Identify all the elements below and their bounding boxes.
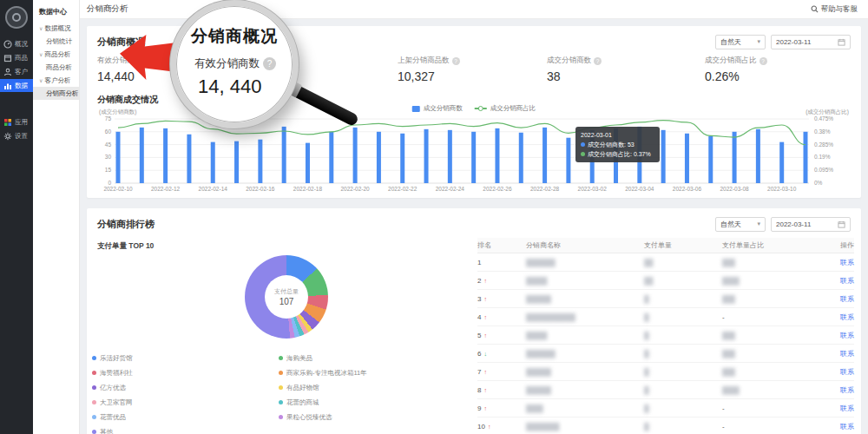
chevron-down-icon: ▾ (757, 220, 760, 227)
help-icon[interactable]: ? (760, 57, 767, 65)
bar[interactable] (116, 132, 121, 183)
submenu-group-data-overview[interactable]: ∨数据概况 (33, 22, 79, 35)
rank-cell: 6↓ (477, 350, 526, 358)
donut-legend-item[interactable]: 花蕾的商城 (279, 395, 465, 410)
bar[interactable] (471, 132, 476, 183)
period-select[interactable]: 自然天▾ (715, 35, 766, 49)
submenu-item-distributor-analysis[interactable]: 分销商分析 (33, 87, 79, 100)
donut-legend-item[interactable]: 海购美品 (279, 351, 465, 365)
person-icon (3, 68, 12, 76)
bar[interactable] (234, 141, 239, 183)
bar[interactable] (187, 135, 191, 183)
bar[interactable] (353, 128, 358, 183)
legend-dot-icon (92, 371, 96, 375)
donut-legend-item[interactable]: 海赞福利社 (92, 365, 279, 380)
contact-link[interactable]: 联系 (840, 277, 854, 285)
bar[interactable] (519, 133, 523, 183)
bar[interactable] (756, 129, 760, 183)
sidebar-item-data[interactable]: 数据 (0, 79, 33, 92)
bar[interactable] (400, 134, 404, 183)
x-axis-label: 2022-02-12 (151, 186, 181, 192)
table-row: 9↑█████-联系 (477, 399, 854, 418)
left-axis-tick: 45 (105, 141, 112, 148)
donut-legend-item[interactable]: 其他 (92, 424, 279, 434)
bar[interactable] (163, 128, 168, 183)
submenu-group-product-analysis[interactable]: ∨商品分析 (33, 48, 79, 61)
rank-cell: 7↑ (477, 368, 526, 376)
contact-link[interactable]: 联系 (840, 423, 854, 431)
contact-link[interactable]: 联系 (840, 350, 854, 358)
donut-legend-item[interactable]: 大卫家官网 (92, 395, 279, 410)
submenu-group-customer-analysis[interactable]: ∨客户分析 (33, 74, 79, 87)
date-picker[interactable]: 2022-03-11 (771, 217, 851, 232)
bar[interactable] (733, 132, 737, 183)
sidebar-item-apps[interactable]: 应用 (0, 115, 33, 128)
sidebar-item-customers[interactable]: 客户 (0, 65, 33, 78)
legend-label: 果粒心悦臻优选 (286, 413, 332, 422)
bar[interactable] (211, 142, 215, 183)
contact-link[interactable]: 联系 (840, 332, 854, 339)
table-row: 3↑██████████联系 (477, 290, 854, 308)
submenu-item-product-analysis[interactable]: 商品分析 (33, 61, 79, 74)
bar[interactable] (779, 142, 784, 183)
sidebar-item-settings[interactable]: 设置 (0, 129, 33, 142)
legend-dot-icon (279, 371, 283, 375)
contact-link[interactable]: 联系 (840, 295, 854, 303)
submenu-item-distribution-stats[interactable]: 分销统计 (33, 35, 79, 48)
bar[interactable] (566, 138, 570, 183)
legend-label: 花蕾优品 (100, 413, 126, 422)
x-axis-label: 2022-02-24 (436, 186, 465, 192)
sidebar-item-products[interactable]: 商品 (0, 51, 33, 64)
legend-item-line[interactable]: 成交分销商占比 (475, 104, 536, 113)
app-logo[interactable] (5, 6, 28, 29)
x-axis-label: 2022-02-22 (388, 186, 418, 192)
tooltip-date: 2022-03-01 (581, 130, 654, 140)
date-picker[interactable]: 2022-03-11 (771, 35, 851, 49)
bar[interactable] (708, 136, 713, 183)
donut-legend-item[interactable]: 商家乐购-专注电视冰箱11年 (279, 365, 465, 380)
bar[interactable] (542, 128, 547, 183)
contact-link[interactable]: 联系 (840, 259, 854, 266)
contact-link[interactable]: 联系 (840, 368, 854, 376)
table-header-row: 排名分销商名称支付单量支付单量占比操作 (477, 238, 854, 253)
help-icon[interactable]: ? (594, 57, 602, 65)
sidebar-item-label: 应用 (15, 118, 28, 127)
bar[interactable] (258, 140, 262, 183)
donut-legend-item[interactable]: 果粒心悦臻优选 (279, 410, 465, 424)
help-icon[interactable]: ? (452, 57, 460, 65)
sidebar-item-label: 概况 (15, 40, 28, 49)
bar[interactable] (661, 130, 666, 183)
left-axis-tick: 0 (108, 180, 111, 186)
trend-down-icon: ↓ (483, 351, 487, 357)
bar[interactable] (306, 143, 310, 183)
donut-legend-item[interactable]: 花蕾优品 (92, 410, 279, 424)
bar[interactable] (495, 128, 499, 183)
legend-label: 亿方优选 (100, 384, 126, 392)
distributor-name-masked: █████ (526, 332, 546, 339)
bar[interactable] (329, 132, 333, 183)
contact-link[interactable]: 联系 (840, 386, 854, 394)
bar[interactable] (424, 129, 429, 183)
order-qty-masked: █ (644, 423, 648, 431)
contact-link[interactable]: 联系 (840, 404, 854, 412)
sidebar-item-overview[interactable]: 概况 (0, 37, 33, 50)
bar[interactable] (804, 132, 808, 183)
table-row: 6↓███████████联系 (477, 345, 854, 363)
bar[interactable] (685, 134, 689, 183)
bar[interactable] (140, 128, 144, 183)
donut-legend-item[interactable]: 乐活好货馆 (92, 351, 279, 365)
contact-link[interactable]: 联系 (840, 313, 854, 321)
legend-item-bar[interactable]: 成交分销商数 (412, 104, 463, 113)
bar[interactable] (282, 127, 286, 183)
breadcrumb: 分销商分析 (87, 3, 128, 15)
order-qty-masked: █ (644, 386, 648, 394)
distributor-name-masked: ████ (526, 404, 542, 412)
column-header: 操作 (826, 240, 854, 250)
bar[interactable] (377, 132, 381, 183)
column-header: 分销商名称 (526, 240, 644, 250)
help-and-support[interactable]: 帮助与客服 (811, 4, 858, 15)
period-select[interactable]: 自然天▾ (715, 217, 766, 232)
donut-legend-item[interactable]: 亿方优选 (92, 380, 279, 395)
bar[interactable] (448, 130, 452, 183)
donut-legend-item[interactable]: 有品好物馆 (279, 380, 465, 395)
